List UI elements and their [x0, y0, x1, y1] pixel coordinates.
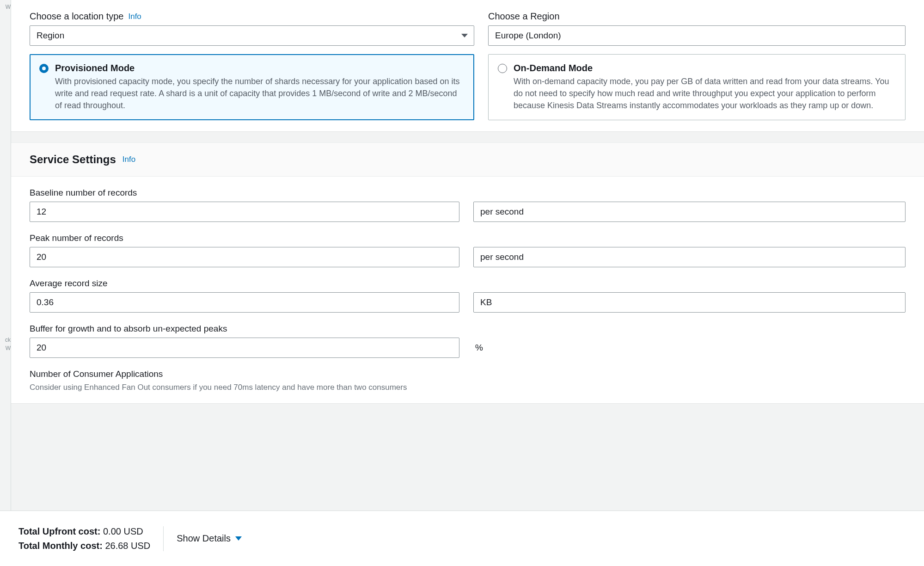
service-settings-title: Service Settings: [30, 153, 116, 166]
radio-unselected-icon: [498, 64, 507, 73]
baseline-records-label: Baseline number of records: [30, 188, 906, 198]
location-type-info-link[interactable]: Info: [128, 12, 141, 21]
ondemand-mode-desc: With on-demand capacity mode, you pay pe…: [514, 75, 896, 111]
consumers-label: Number of Consumer Applications: [30, 369, 906, 379]
provisioned-mode-desc: With provisioned capacity mode, you spec…: [55, 75, 465, 111]
ondemand-mode-title: On-Demand Mode: [514, 63, 896, 74]
location-type-label: Choose a location type Info: [30, 11, 474, 22]
avg-record-size-unit-select[interactable]: [473, 292, 906, 313]
service-settings-info-link[interactable]: Info: [122, 155, 135, 164]
baseline-records-unit-select[interactable]: [473, 202, 906, 222]
avg-record-size-label: Average record size: [30, 278, 906, 289]
baseline-records-input[interactable]: [30, 202, 459, 222]
main-content: Choose a location type Info Choose a Reg…: [11, 0, 924, 511]
show-details-toggle[interactable]: Show Details: [177, 533, 242, 544]
peak-records-unit-select[interactable]: [473, 247, 906, 267]
region-label: Choose a Region: [488, 11, 906, 22]
peak-records-label: Peak number of records: [30, 233, 906, 243]
location-type-select[interactable]: [30, 25, 474, 46]
buffer-unit-label: %: [473, 343, 483, 352]
buffer-input[interactable]: [30, 338, 459, 358]
avg-record-size-input[interactable]: [30, 292, 459, 313]
cost-footer: Total Upfront cost: 0.00 USD Total Month…: [0, 511, 924, 566]
provisioned-mode-card[interactable]: Provisioned Mode With provisioned capaci…: [30, 54, 474, 120]
radio-selected-icon: [39, 64, 49, 73]
region-select[interactable]: [488, 25, 906, 46]
total-monthly-line: Total Monthly cost: 26.68 USD: [18, 541, 150, 551]
peak-records-input[interactable]: [30, 247, 459, 267]
provisioned-mode-title: Provisioned Mode: [55, 63, 465, 74]
buffer-label: Buffer for growth and to absorb un-expec…: [30, 324, 906, 334]
ondemand-mode-card[interactable]: On-Demand Mode With on-demand capacity m…: [488, 54, 906, 120]
chevron-down-icon: [235, 536, 242, 541]
service-settings-panel: Service Settings Info Baseline number of…: [11, 142, 924, 403]
total-upfront-line: Total Upfront cost: 0.00 USD: [18, 526, 150, 537]
collapsed-sidebar: WckW: [0, 0, 11, 566]
location-panel: Choose a location type Info Choose a Reg…: [11, 0, 924, 131]
consumers-help-text: Consider using Enhanced Fan Out consumer…: [30, 383, 906, 392]
